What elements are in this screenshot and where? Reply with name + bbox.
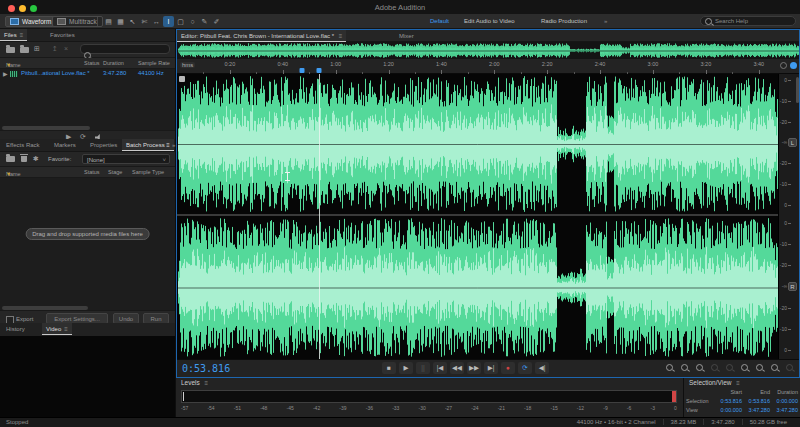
search-help-input[interactable]: Search Help — [700, 16, 796, 26]
tab-video[interactable]: Video≡ — [42, 323, 72, 335]
loop-playback-button[interactable]: ⟳ — [518, 362, 532, 374]
panel-menu-icon[interactable]: ≡ — [205, 380, 209, 386]
channel-right-button[interactable]: R — [788, 282, 797, 291]
zoom-in-button[interactable] — [666, 364, 673, 371]
workspace-default-button[interactable]: Default — [430, 18, 449, 24]
zoom-out-vertical-button[interactable] — [726, 364, 733, 371]
batch-remove-icon[interactable] — [21, 156, 27, 162]
batch-add-files-icon[interactable] — [6, 156, 15, 162]
play-button[interactable]: ▶ — [399, 362, 413, 374]
channel-left-button[interactable]: L — [788, 138, 797, 147]
tab-effects-rack[interactable]: Effects Rack — [2, 139, 44, 151]
skip-to-end-button[interactable]: ▶| — [484, 362, 498, 374]
vertical-zoom-scrollbar[interactable] — [796, 77, 799, 103]
ruler-tick-label: 2:20 — [542, 61, 553, 67]
tab-markers[interactable]: Markers — [50, 139, 80, 151]
tab-properties[interactable]: Properties — [86, 139, 121, 151]
tab-mixer[interactable]: Mixer — [399, 30, 414, 42]
time-display[interactable]: 0:53.816 — [182, 363, 230, 374]
skip-to-cursor-button[interactable]: ◀| — [535, 362, 549, 374]
selview-value[interactable]: 0:53.816 — [742, 397, 770, 406]
playhead-marker[interactable] — [317, 68, 322, 73]
tab-batch-process[interactable]: Batch Process ≡ — [122, 139, 174, 151]
stop-button[interactable]: ■ — [382, 362, 396, 374]
levels-scale-label: -45 — [287, 405, 294, 411]
overview-strip[interactable] — [177, 42, 799, 60]
selview-value[interactable]: 0:00.000 — [770, 397, 798, 406]
panel-menu-icon[interactable]: ≡ — [64, 326, 68, 332]
db-label: -10 — [779, 182, 800, 187]
zoom-in-vertical-button[interactable] — [711, 364, 718, 371]
levels-title: Levels — [181, 379, 200, 386]
move-tool-icon[interactable]: ↖ — [127, 16, 138, 27]
channel-left-waveform[interactable] — [177, 74, 778, 214]
transport-bar: 0:53.816 ■▶|||◀◀◀▶▶▶|●⟳◀| — [177, 359, 799, 377]
multitrack-view-button[interactable]: Multitrack — [52, 16, 103, 27]
workspace-edit-audio-to-video-button[interactable]: Edit Audio to Video — [464, 18, 515, 24]
marker-add-icon[interactable] — [790, 62, 797, 69]
selview-value[interactable]: 0:00.000 — [714, 406, 742, 415]
waveform-display[interactable]: 0-10-20-∞-20-100 0-10-20-∞-20-100 L R — [177, 74, 799, 359]
batch-panel-tabs: Effects RackMarkersPropertiesBatch Proce… — [0, 139, 175, 152]
clip-indicator[interactable] — [672, 391, 676, 402]
tab-favorites[interactable]: Favorites — [46, 29, 79, 41]
file-row[interactable]: ▶ Pitbull...ational Love.flac * 3:47.280… — [0, 69, 175, 79]
ruler-tick-label: 1:00 — [330, 61, 341, 67]
panel-menu-icon[interactable]: ≡ — [20, 32, 24, 38]
favorite-dropdown[interactable]: [None] ˅ — [82, 154, 170, 164]
wave-area-options-icon[interactable] — [179, 76, 185, 82]
panel-menu-icon[interactable]: ≡ — [339, 33, 343, 39]
panel-menu-icon[interactable]: ≡ — [736, 380, 740, 386]
selview-value[interactable]: 0:53.816 — [714, 397, 742, 406]
file-name: Pitbull...ational Love.flac * — [21, 70, 90, 76]
open-file-icon[interactable] — [6, 47, 15, 53]
close-file-icon[interactable]: × — [64, 44, 68, 54]
time-selection-tool-icon[interactable]: I — [163, 16, 174, 27]
batch-settings-icon[interactable]: ✱ — [33, 154, 39, 164]
zoom-full-button[interactable] — [696, 364, 703, 371]
skip-to-start-button[interactable]: |◀ — [433, 362, 447, 374]
timeline-ruler[interactable]: 0:200:401:001:201:402:002:202:403:003:20… — [177, 59, 799, 74]
tab-editor[interactable]: Editor: Pitbull Feat. Chris Brown - Inte… — [177, 30, 346, 42]
zoom-selection-button[interactable] — [771, 364, 778, 371]
slip-tool-icon[interactable]: ↔ — [151, 16, 162, 27]
workspace-overflow-chevron[interactable]: » — [604, 18, 607, 24]
batch-column-headers[interactable]: Name ▼ Status Stage Sample Type — [0, 167, 175, 178]
import-file-icon[interactable] — [20, 47, 29, 53]
disclosure-icon[interactable]: ▶ — [3, 70, 8, 77]
playhead-line[interactable] — [319, 74, 320, 359]
spot-healing-tool-icon[interactable]: ✐ — [211, 16, 222, 27]
tab-history[interactable]: History — [2, 323, 29, 335]
insert-into-multitrack-icon[interactable]: ↥ — [52, 44, 58, 54]
razor-tool-icon[interactable]: ✄ — [139, 16, 150, 27]
marquee-selection-tool-icon[interactable]: ▢ — [175, 16, 186, 27]
pause-button[interactable]: || — [416, 362, 430, 374]
lasso-selection-tool-icon[interactable]: ○ — [187, 16, 198, 27]
new-item-icon[interactable]: ⊞ — [34, 44, 40, 54]
waveform-view-button[interactable]: Waveform — [5, 16, 57, 27]
show-waveform-icon[interactable]: ▤ — [103, 16, 114, 27]
ruler-unit-label[interactable]: hms — [180, 62, 195, 68]
zoom-reset-button[interactable] — [786, 364, 793, 371]
channel-right-waveform[interactable] — [177, 216, 778, 359]
amplitude-ruler[interactable]: 0-10-20-∞-20-100 0-10-20-∞-20-100 L R — [778, 74, 799, 359]
zoom-in-point-button[interactable] — [741, 364, 748, 371]
paintbrush-tool-icon[interactable]: ✎ — [199, 16, 210, 27]
selview-value[interactable]: 3:47.280 — [770, 406, 798, 415]
batch-drop-area[interactable]: Drag and drop supported media files here — [0, 178, 175, 306]
rewind-button[interactable]: ◀◀ — [450, 362, 464, 374]
files-column-headers[interactable]: Name ▼ Status Duration Sample Rate — [0, 58, 175, 69]
search-icon — [705, 18, 712, 25]
show-spectral-icon[interactable]: ▦ — [115, 16, 126, 27]
workspace-radio-production-button[interactable]: Radio Production — [541, 18, 587, 24]
zoom-out-point-button[interactable] — [756, 364, 763, 371]
selection-marker[interactable] — [300, 68, 305, 73]
zoom-out-button[interactable] — [681, 364, 688, 371]
zoom-navigator-icon[interactable] — [780, 62, 787, 69]
record-button[interactable]: ● — [501, 362, 515, 374]
tab-files[interactable]: Files≡ — [0, 29, 27, 41]
level-meter[interactable] — [181, 390, 677, 403]
selview-value[interactable]: 3:47.280 — [742, 406, 770, 415]
fast-forward-button[interactable]: ▶▶ — [467, 362, 481, 374]
files-search-input[interactable] — [80, 44, 170, 54]
